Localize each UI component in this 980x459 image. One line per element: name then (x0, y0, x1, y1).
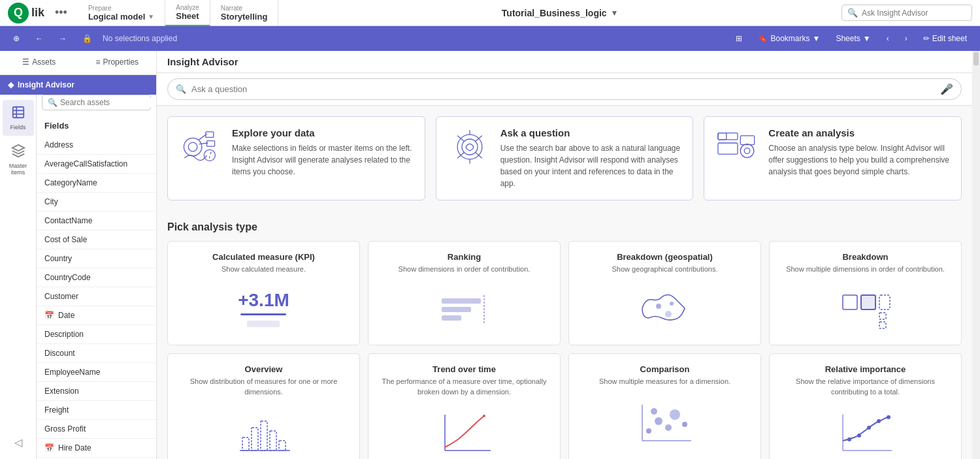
field-country[interactable]: Country (37, 249, 156, 268)
nav-more-button[interactable]: ••• (55, 6, 67, 20)
selections-clear-button[interactable]: ⊕ (8, 31, 25, 46)
search-assets-box[interactable]: 🔍 (42, 95, 151, 110)
field-category[interactable]: CategoryName (37, 174, 156, 193)
sidebar-tabs: ☰ Assets ≡ Properties (0, 51, 156, 75)
nav-narrate-label: Narrate (221, 5, 268, 12)
ask-advisor-field[interactable] (862, 8, 953, 18)
svg-point-53 (651, 408, 657, 415)
nav-prepare-label: Prepare (88, 5, 154, 12)
master-items-icon (11, 144, 25, 161)
svg-rect-35 (861, 295, 875, 309)
qlik-lik-text: lik (31, 6, 44, 20)
field-freight[interactable]: Freight (37, 401, 156, 420)
bookmarks-button[interactable]: 🔖 Bookmarks ▼ (753, 31, 825, 46)
search-icon: 🔍 (847, 8, 858, 18)
nav-narrate[interactable]: Narrate Storytelling (210, 0, 279, 26)
nav-right: 🔍 (841, 5, 972, 21)
create-icon (715, 127, 760, 168)
comparison-title: Comparison (580, 364, 750, 374)
analysis-card-comparison[interactable]: Comparison Show multiple measures for a … (568, 353, 761, 459)
field-city[interactable]: City (37, 193, 156, 212)
nav-analyze-label: Analyze (176, 4, 199, 11)
assets-icon: ☰ (22, 57, 29, 67)
ask-title: Ask a question (500, 127, 683, 138)
sidebar-item-fields[interactable]: Fields (3, 100, 34, 136)
ask-bar-inner[interactable]: 🔍 🎤 (167, 78, 962, 100)
svg-rect-34 (843, 295, 857, 309)
field-description[interactable]: Description (37, 325, 156, 344)
sidebar-item-collapse[interactable]: ◁ (3, 431, 34, 454)
ask-question-input[interactable] (191, 84, 935, 94)
next-sheet-button[interactable]: › (900, 31, 913, 46)
prev-sheet-button[interactable]: ‹ (881, 31, 894, 46)
comparison-visual (580, 395, 750, 447)
intro-cards: Explore your data Make selections in fie… (157, 106, 972, 211)
qlik-q-icon: Q (8, 3, 29, 24)
field-discount[interactable]: Discount (37, 344, 156, 363)
trend-desc: The performance of a measure over time, … (379, 377, 549, 397)
create-title: Create an analysis (768, 127, 951, 138)
nav-analyze[interactable]: Analyze Sheet (165, 0, 210, 26)
sidebar-item-master-items[interactable]: Master items (3, 138, 34, 181)
search-assets-input[interactable] (60, 98, 156, 107)
lock-button[interactable]: 🔒 (77, 31, 97, 46)
svg-point-4 (184, 138, 201, 155)
sheets-button[interactable]: Sheets ▼ (830, 31, 875, 46)
grid-view-button[interactable]: ⊞ (730, 31, 747, 46)
svg-point-10 (204, 150, 215, 161)
tab-assets[interactable]: ☰ Assets (0, 51, 78, 74)
intro-card-explore: Explore your data Make selections in fie… (167, 116, 425, 200)
analysis-card-geo[interactable]: Breakdown (geospatial) Show geographical… (568, 241, 761, 345)
tab-properties[interactable]: ≡ Properties (78, 51, 157, 74)
toolbar-right: ⊞ 🔖 Bookmarks ▼ Sheets ▼ ‹ › ✏ Edit shee… (730, 31, 972, 46)
field-country-code[interactable]: CountryCode (37, 268, 156, 287)
main-area: ☰ Assets ≡ Properties ◈ Insight Advisor (0, 51, 980, 459)
forward-button[interactable]: → (54, 31, 72, 46)
field-cost-of-sale[interactable]: Cost of Sale (37, 230, 156, 249)
no-selections-label: No selections applied (103, 34, 177, 43)
edit-icon: ✏ (923, 34, 930, 43)
explore-card-text: Explore your data Make selections in fie… (232, 127, 414, 178)
tab-assets-label: Assets (32, 57, 56, 67)
svg-rect-36 (879, 295, 890, 309)
nav-prepare[interactable]: Prepare Logical model ▼ (78, 0, 165, 26)
svg-rect-7 (206, 132, 214, 138)
svg-point-60 (867, 426, 871, 430)
calendar-icon-2: 📅 (44, 443, 54, 452)
analysis-card-overview[interactable]: Overview Show distribution of measures f… (167, 353, 360, 459)
field-address[interactable]: Address (37, 136, 156, 155)
scrollbar-thumb[interactable] (973, 52, 979, 65)
back-button[interactable]: ← (30, 31, 48, 46)
svg-rect-39 (242, 437, 249, 451)
field-avg-call[interactable]: AverageCallSatisfaction (37, 155, 156, 174)
field-contact[interactable]: ContactName (37, 212, 156, 230)
ranking-title: Ranking (379, 252, 549, 262)
svg-rect-42 (270, 431, 276, 451)
app-title[interactable]: Tutorial_Business_logic ▼ (502, 8, 619, 18)
ask-advisor-input[interactable]: 🔍 (841, 5, 972, 21)
field-gross-profit[interactable]: Gross Profit (37, 420, 156, 439)
field-date[interactable]: 📅 Date (37, 306, 156, 325)
svg-point-31 (656, 304, 661, 309)
fields-list: Address AverageCallSatisfaction Category… (37, 136, 156, 459)
app-title-text: Tutorial_Business_logic (502, 8, 607, 18)
field-hire-date[interactable]: 📅 Hire Date (37, 439, 156, 458)
analysis-card-trend[interactable]: Trend over time The performance of a mea… (368, 353, 561, 459)
microphone-icon[interactable]: 🎤 (940, 83, 953, 95)
field-employee-name[interactable]: EmployeeName (37, 363, 156, 382)
analysis-card-ranking[interactable]: Ranking Show dimensions in order of cont… (368, 241, 561, 345)
analysis-card-relative[interactable]: Relative importance Show the relative im… (769, 353, 962, 459)
ask-search-icon: 🔍 (176, 84, 186, 94)
field-extension[interactable]: Extension (37, 382, 156, 401)
nav-narrate-value: Storytelling (221, 12, 268, 22)
properties-icon: ≡ (95, 57, 100, 67)
master-items-strip-label: Master items (5, 163, 31, 176)
breakdown-desc: Show multiple dimensions in order of con… (780, 264, 951, 274)
analysis-card-breakdown[interactable]: Breakdown Show multiple dimensions in or… (769, 241, 962, 345)
analysis-card-kpi[interactable]: Calculated measure (KPI) Show calculated… (167, 241, 360, 345)
insight-advisor-icon: ◈ (8, 80, 14, 89)
field-customer[interactable]: Customer (37, 287, 156, 306)
svg-rect-23 (718, 143, 738, 154)
edit-sheet-button[interactable]: ✏ Edit sheet (918, 31, 972, 46)
right-scrollbar[interactable] (972, 51, 980, 459)
